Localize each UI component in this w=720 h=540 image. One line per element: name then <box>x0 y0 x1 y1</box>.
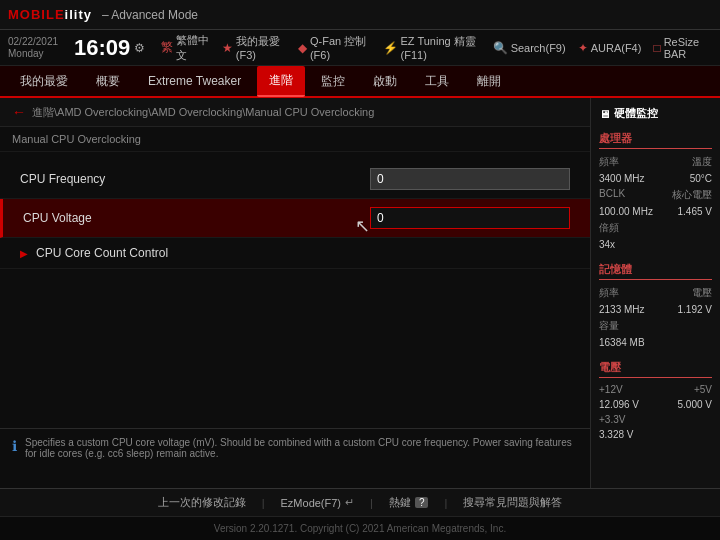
volt-33-label-row: +3.3V <box>599 414 712 425</box>
cpu-freq-label: 頻率 <box>599 155 619 169</box>
title-text: – Advanced Mode <box>102 8 198 22</box>
eztuning-tool[interactable]: ⚡ EZ Tuning 精靈(F11) <box>383 34 481 61</box>
mult-label: 倍頻 <box>599 221 619 235</box>
nav-boot[interactable]: 啟動 <box>361 67 409 96</box>
qfan-label: Q-Fan 控制(F6) <box>310 34 371 61</box>
search-label: Search(F9) <box>511 42 566 54</box>
mem-cap-label: 容量 <box>599 319 619 333</box>
faq-button[interactable]: 搜尋常見問題與解答 <box>463 495 562 510</box>
memory-section: 記憶體 頻率 電壓 2133 MHz 1.192 V 容量 16384 MB <box>599 262 712 348</box>
search-tool[interactable]: 🔍 Search(F9) <box>493 41 566 55</box>
datetime-display: 02/22/2021 Monday <box>8 36 58 60</box>
mem-section-title: 記憶體 <box>599 262 712 280</box>
hotkey-button[interactable]: 熱鍵 ? <box>389 495 429 510</box>
cpu-temp-value: 50°C <box>690 173 712 184</box>
cpu-freq-val-row: 3400 MHz 50°C <box>599 173 712 184</box>
nav-advanced[interactable]: 進階 <box>257 66 305 97</box>
cpu-voltage-row: CPU Voltage <box>0 199 590 238</box>
cpu-voltage-label: CPU Voltage <box>23 211 370 225</box>
mem-freq-label: 頻率 <box>599 286 619 300</box>
version-bar: Version 2.20.1271. Copyright (C) 2021 Am… <box>0 516 720 540</box>
cpu-mult-label-row: 倍頻 <box>599 221 712 235</box>
nav-exit[interactable]: 離開 <box>465 67 513 96</box>
hardware-monitor-sidebar: 🖥 硬體監控 處理器 頻率 溫度 3400 MHz 50°C BCLK 核心電壓… <box>590 98 720 488</box>
breadcrumb-path: 進階\AMD Overclocking\AMD Overclocking\Man… <box>32 105 374 120</box>
lang-tool[interactable]: 繁 繁體中文 <box>161 33 209 63</box>
cpu-section-title: 處理器 <box>599 131 712 149</box>
sidebar-title: 🖥 硬體監控 <box>599 106 712 121</box>
info-bar: 02/22/2021 Monday 16:09 ⚙ 繁 繁體中文 ★ 我的最愛(… <box>0 30 720 66</box>
cpu-bclk-val-row: 100.00 MHz 1.465 V <box>599 206 712 217</box>
favorites-label: 我的最愛(F3) <box>236 34 286 61</box>
v33-value: 3.328 V <box>599 429 633 440</box>
aura-icon: ✦ <box>578 41 588 55</box>
left-content: ← 進階\AMD Overclocking\AMD Overclocking\M… <box>0 98 590 488</box>
aura-label: AURA(F4) <box>591 42 642 54</box>
corevolt-label: 核心電壓 <box>672 188 712 202</box>
cpu-voltage-input[interactable] <box>370 207 570 229</box>
lang-label: 繁體中文 <box>176 33 209 63</box>
title-bar: MOBILEility – Advanced Mode <box>0 0 720 30</box>
aura-tool[interactable]: ✦ AURA(F4) <box>578 41 642 55</box>
v12-label: +12V <box>599 384 623 395</box>
eztuning-label: EZ Tuning 精靈(F11) <box>401 34 481 61</box>
version-text: Version 2.20.1271. Copyright (C) 2021 Am… <box>214 523 506 534</box>
nav-favorites[interactable]: 我的最愛 <box>8 67 80 96</box>
hotkey-badge: ? <box>415 497 429 508</box>
last-change-button[interactable]: 上一次的修改記錄 <box>158 495 246 510</box>
cpu-freq-value: 3400 MHz <box>599 173 645 184</box>
mem-cap-label-row: 容量 <box>599 319 712 333</box>
footer: 上一次的修改記錄 | EzMode(F7) ↵ | 熱鍵 ? | 搜尋常見問題與… <box>0 488 720 516</box>
info-panel: ℹ Specifies a custom CPU core voltage (m… <box>0 428 590 488</box>
cpu-frequency-label: CPU Frequency <box>20 172 370 186</box>
cpu-temp-label: 溫度 <box>692 155 712 169</box>
bclk-value: 100.00 MHz <box>599 206 653 217</box>
qfan-tool[interactable]: ◆ Q-Fan 控制(F6) <box>298 34 371 61</box>
collapsible-label: CPU Core Count Control <box>36 246 168 260</box>
favorites-tool[interactable]: ★ 我的最愛(F3) <box>222 34 286 61</box>
volt-section-title: 電壓 <box>599 360 712 378</box>
gear-icon[interactable]: ⚙ <box>134 41 145 55</box>
lang-icon: 繁 <box>161 39 173 56</box>
back-button[interactable]: ← <box>12 104 26 120</box>
cpu-core-count-row[interactable]: ▶ CPU Core Count Control <box>0 238 590 269</box>
v12-value: 12.096 V <box>599 399 639 410</box>
volt-33-val-row: 3.328 V <box>599 429 712 440</box>
mem-volt-value: 1.192 V <box>678 304 712 315</box>
cpu-freq-row: 頻率 溫度 <box>599 155 712 169</box>
cpu-section: 處理器 頻率 溫度 3400 MHz 50°C BCLK 核心電壓 100.00… <box>599 131 712 250</box>
qfan-icon: ◆ <box>298 41 307 55</box>
nav-bar: 我的最愛 概要 Extreme Tweaker 進階 監控 啟動 工具 離開 <box>0 66 720 98</box>
mem-cap-value: 16384 MB <box>599 337 645 348</box>
ez-mode-button[interactable]: EzMode(F7) ↵ <box>281 496 355 509</box>
mem-volt-label: 電壓 <box>692 286 712 300</box>
resize-tool[interactable]: □ ReSize BAR <box>653 36 712 60</box>
mem-freq-value: 2133 MHz <box>599 304 645 315</box>
cpu-mult-val-row: 34x <box>599 239 712 250</box>
cpu-bclk-label-row: BCLK 核心電壓 <box>599 188 712 202</box>
v5-label: +5V <box>694 384 712 395</box>
resize-icon: □ <box>653 41 660 55</box>
search-icon: 🔍 <box>493 41 508 55</box>
nav-tools[interactable]: 工具 <box>413 67 461 96</box>
info-icon: ℹ <box>12 438 17 454</box>
voltage-section: 電壓 +12V +5V 12.096 V 5.000 V +3.3V 3.328… <box>599 360 712 440</box>
page-subtitle: Manual CPU Overclocking <box>0 127 590 152</box>
app-logo: MOBILEility <box>8 7 92 22</box>
volt-12-label-row: +12V +5V <box>599 384 712 395</box>
tools-bar: 繁 繁體中文 ★ 我的最愛(F3) ◆ Q-Fan 控制(F6) ⚡ EZ Tu… <box>161 33 712 63</box>
mem-freq-label-row: 頻率 電壓 <box>599 286 712 300</box>
nav-monitor[interactable]: 監控 <box>309 67 357 96</box>
nav-overview[interactable]: 概要 <box>84 67 132 96</box>
nav-extreme-tweaker[interactable]: Extreme Tweaker <box>136 68 253 94</box>
corevolt-value: 1.465 V <box>678 206 712 217</box>
mem-cap-val-row: 16384 MB <box>599 337 712 348</box>
mult-value: 34x <box>599 239 615 250</box>
favorites-icon: ★ <box>222 41 233 55</box>
time-display: 16:09 <box>74 35 130 61</box>
cpu-frequency-row: CPU Frequency <box>0 160 590 199</box>
mem-freq-val-row: 2133 MHz 1.192 V <box>599 304 712 315</box>
volt-12-val-row: 12.096 V 5.000 V <box>599 399 712 410</box>
expand-icon: ▶ <box>20 248 28 259</box>
cpu-frequency-input[interactable] <box>370 168 570 190</box>
